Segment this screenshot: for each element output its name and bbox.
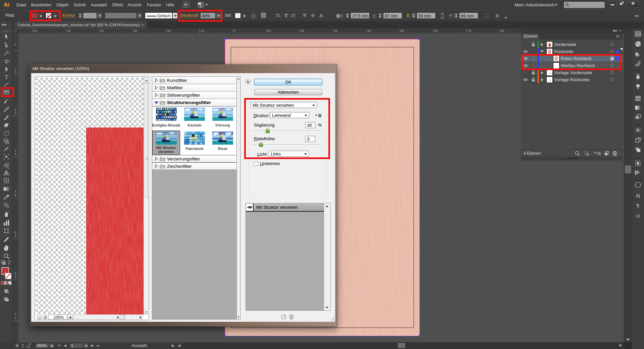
svg-text:¶: ¶ bbox=[637, 203, 639, 208]
svg-text:O: O bbox=[636, 213, 640, 219]
svg-text:▶▶: ▶▶ bbox=[2, 23, 7, 26]
svg-text:T: T bbox=[5, 74, 8, 80]
svg-text:A|: A| bbox=[636, 193, 640, 198]
